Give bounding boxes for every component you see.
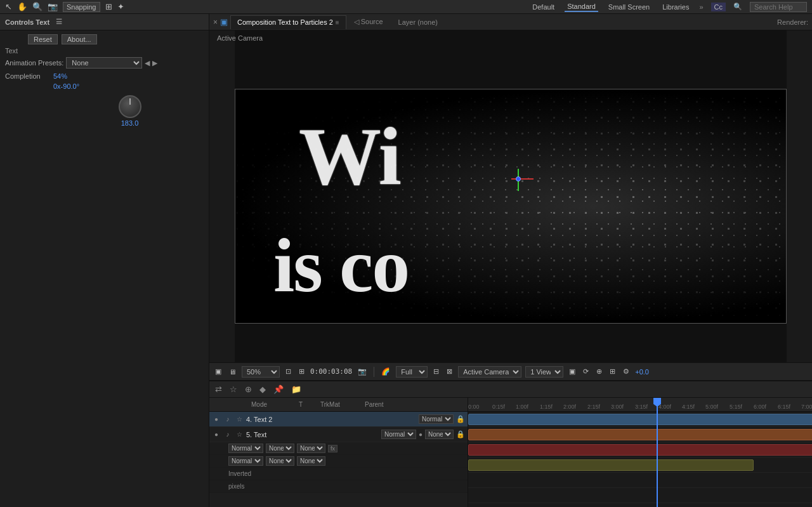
ruler-tick-6: 3:00f <box>611 404 624 410</box>
cursor-icon[interactable]: ↖ <box>5 2 12 11</box>
track-bar-0[interactable] <box>468 414 812 425</box>
account-icon[interactable]: Cc <box>711 3 726 11</box>
region-icon[interactable]: ⊟ <box>431 367 441 376</box>
completion-value[interactable]: 54% <box>53 72 67 80</box>
ruler-marks: 0:000:15f1:00f1:15f2:00f2:15f3:00f3:15f4… <box>468 398 812 411</box>
about-button[interactable]: About... <box>62 34 97 44</box>
viewer-icon-1[interactable]: ▣ <box>213 367 223 376</box>
track-row-3[interactable] <box>468 458 812 473</box>
layer-audio-0[interactable]: ♪ <box>223 415 232 424</box>
animation-presets-dropdown[interactable]: None <box>66 57 142 69</box>
tl-swap-icon[interactable]: ⇄ <box>213 384 224 395</box>
layer-icon[interactable]: ⊕ <box>594 367 604 376</box>
layer-solo-1[interactable]: ☆ <box>235 430 244 439</box>
reset-button[interactable]: Reset <box>28 34 58 44</box>
layer-eye2-1[interactable]: ● <box>419 431 422 438</box>
tl-keyframe-icon[interactable]: ◆ <box>258 384 268 395</box>
layer-row-1[interactable]: ● ♪ ☆ 5. Text Normal ● None 🔒 <box>209 427 468 442</box>
transform-gizmo[interactable] <box>508 169 534 194</box>
timeline-tracks[interactable]: 0:000:15f1:00f1:15f2:00f2:15f3:00f3:15f4… <box>468 398 812 507</box>
camera-view-dropdown[interactable]: Active Camera <box>458 366 521 378</box>
next-preset-icon[interactable]: ▶ <box>152 59 157 67</box>
playhead[interactable] <box>657 398 658 507</box>
layer-sub-row-1: Normal None None <box>209 455 468 468</box>
workspace-libraries[interactable]: Libraries <box>660 3 691 11</box>
hand-icon[interactable]: ✋ <box>17 2 27 11</box>
grid-icon[interactable]: ⊞ <box>105 2 112 11</box>
timeline-ruler[interactable]: 0:000:15f1:00f1:15f2:00f2:15f3:00f3:15f4… <box>468 398 812 412</box>
extend-icon[interactable]: » <box>699 3 703 11</box>
quality-dropdown[interactable]: Full Half Third <box>396 366 428 378</box>
grid-toggle[interactable]: ⊞ <box>297 367 306 376</box>
panel-menu-icon[interactable]: ☰ <box>56 18 62 26</box>
tl-pin-icon[interactable]: 📌 <box>272 384 285 395</box>
snapshot-icon[interactable]: 📷 <box>356 367 369 376</box>
comp-tab-close-icon[interactable]: ≡ <box>336 19 339 26</box>
fx-button[interactable]: fx <box>328 445 337 452</box>
layer-name-1[interactable]: 5. Text <box>246 431 379 438</box>
sub-mode-dropdown-0[interactable]: Normal <box>228 444 263 453</box>
settings-icon[interactable]: ⚙ <box>621 367 631 376</box>
sub-none-dropdown-3[interactable]: None <box>297 456 325 466</box>
comp-close-icon[interactable]: × <box>213 18 218 27</box>
comp-icon: ▣ <box>220 17 228 27</box>
layer-mode-0[interactable]: Normal <box>419 414 454 424</box>
3d-icon[interactable]: ▣ <box>567 367 577 376</box>
comp-canvas[interactable]: Wi is co <box>235 30 787 362</box>
canvas-inner: Wi is co <box>235 89 787 324</box>
gizmo-origin[interactable] <box>516 176 521 181</box>
sub-none-dropdown-2[interactable]: None <box>266 456 294 466</box>
track-row-2[interactable] <box>468 442 812 458</box>
zoom-icon[interactable]: 🔍 <box>32 2 43 11</box>
layer-trkmat-1[interactable]: None <box>425 430 454 439</box>
layer-lock-1[interactable]: 🔒 <box>456 430 465 438</box>
track-row-0[interactable] <box>468 412 812 427</box>
layer-eye-0[interactable]: ● <box>212 415 221 424</box>
track-bar-3[interactable] <box>468 459 754 471</box>
track-row-5[interactable] <box>468 488 812 503</box>
layer-audio-1[interactable]: ♪ <box>223 430 232 439</box>
layer-eye-1[interactable]: ● <box>212 430 221 439</box>
alpha-icon[interactable]: ⊠ <box>445 367 454 376</box>
track-bar-2[interactable] <box>468 444 812 456</box>
track-row-4[interactable] <box>468 473 812 488</box>
layer-row-0[interactable]: ● ♪ ☆ 4. Text 2 Normal 🔒 <box>209 412 468 427</box>
camera-icon[interactable]: 📷 <box>48 2 58 11</box>
magnet-icon[interactable]: ✦ <box>117 2 124 11</box>
render-icon[interactable]: ⟳ <box>581 367 591 376</box>
layer-name-0[interactable]: 4. Text 2 <box>246 416 416 423</box>
workspace-small-screen[interactable]: Small Screen <box>606 3 652 11</box>
layer-solo-0[interactable]: ☆ <box>235 415 244 424</box>
tl-solo-icon[interactable]: ☆ <box>228 384 239 395</box>
channels-icon[interactable]: ⊞ <box>608 367 617 376</box>
tl-blend-icon[interactable]: ⊕ <box>243 384 254 395</box>
text-tab[interactable]: Text <box>5 47 18 55</box>
fit-icon[interactable]: ⊡ <box>284 367 293 376</box>
track-row-1[interactable] <box>468 427 812 442</box>
sub-none-dropdown-1[interactable]: None <box>297 444 325 453</box>
layer-mode-1[interactable]: Normal <box>381 430 416 439</box>
track-bar-1[interactable] <box>468 429 812 440</box>
active-camera-label: Active Camera <box>217 34 263 42</box>
prev-preset-icon[interactable]: ◀ <box>145 59 150 67</box>
comp-tab-main[interactable]: Composition Text to Particles 2 ≡ <box>230 15 346 29</box>
color-icon[interactable]: 🌈 <box>379 367 392 376</box>
views-dropdown[interactable]: 1 View <box>525 366 563 378</box>
search-input[interactable] <box>750 2 807 12</box>
zoom-dropdown[interactable]: 50% 100% 200% <box>242 366 280 378</box>
workspace-default[interactable]: Default <box>530 3 557 11</box>
sub-none-dropdown-0[interactable]: None <box>266 444 294 453</box>
search-icon[interactable]: 🔍 <box>733 3 742 11</box>
sub-mode-dropdown-1[interactable]: Normal <box>228 456 263 466</box>
viewer-icon-2[interactable]: 🖥 <box>227 367 238 376</box>
knob-value[interactable]: 183.0 <box>121 119 139 127</box>
comp-tab-source[interactable]: ◁ Source <box>349 16 388 28</box>
tl-folder-icon[interactable]: 📁 <box>289 384 303 395</box>
snapping-toggle[interactable]: Snapping <box>63 2 100 12</box>
layer-sub-row-0: Normal None None fx <box>209 442 468 455</box>
layer-lock-0[interactable]: 🔒 <box>456 415 465 423</box>
viewer-bottom-bar: ▣ 🖥 50% 100% 200% ⊡ ⊞ 0:00:03:08 📷 🌈 Ful… <box>209 362 812 380</box>
rotation-knob[interactable] <box>119 95 141 118</box>
rotation-value[interactable]: 0x-90.0° <box>53 82 79 90</box>
workspace-standard[interactable]: Standard <box>565 2 598 12</box>
